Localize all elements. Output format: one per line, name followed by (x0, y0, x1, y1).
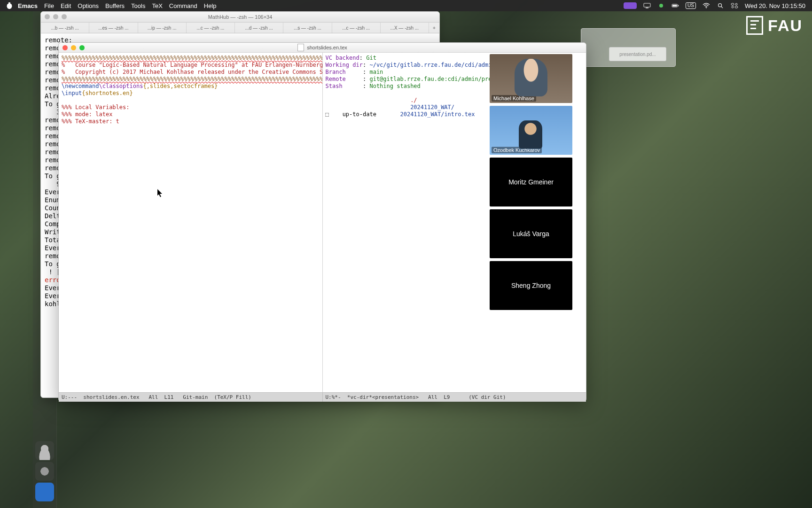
zoom-icon[interactable] (79, 45, 85, 50)
emacs-title: shortslides.en.tex (307, 45, 347, 50)
svg-rect-10 (735, 6, 738, 8)
svg-rect-1 (646, 8, 648, 8)
modeline-right: U:%*- *vc-dir*<presentations> All L9 (VC… (323, 393, 586, 402)
participant-name: Michael Kohlhase (492, 95, 536, 102)
dock-item-vscode[interactable] (35, 483, 54, 501)
video-participants-panel[interactable]: Michael Kohlhase Ozodbek Kuchkarov Morit… (490, 54, 572, 355)
control-center-icon[interactable] (731, 3, 738, 8)
svg-point-6 (706, 8, 707, 8)
terminal-tab[interactable]: ...s — -zsh ... (283, 23, 332, 33)
latex-source[interactable]: %%%%%%%%%%%%%%%%%%%%%%%%%%%%%%%%%%%%%%%%… (59, 53, 322, 127)
participant-name: Ozodbek Kuchkarov (492, 147, 542, 153)
menu-tools[interactable]: Tools (131, 2, 145, 9)
participant-name: Lukáš Varga (513, 230, 549, 238)
file-icon (297, 44, 304, 51)
close-icon[interactable] (62, 45, 68, 50)
menu-buffers[interactable]: Buffers (105, 2, 125, 9)
svg-point-7 (718, 4, 722, 7)
input-source-badge[interactable]: US (686, 2, 696, 9)
close-icon[interactable] (45, 14, 50, 19)
menubar-app-name[interactable]: Emacs (18, 2, 38, 9)
spotlight-icon[interactable] (717, 3, 724, 8)
screenshare-indicator-icon[interactable] (624, 2, 637, 9)
menu-file[interactable]: File (44, 2, 54, 9)
menu-edit[interactable]: Edit (61, 2, 71, 9)
minimize-icon[interactable] (71, 45, 76, 50)
minimize-icon[interactable] (53, 14, 58, 19)
menu-options[interactable]: Options (78, 2, 99, 9)
svg-line-8 (721, 7, 723, 8)
terminal-tab[interactable]: ...es — -zsh ... (89, 23, 138, 33)
dock-item-contacts[interactable] (35, 441, 54, 460)
svg-rect-0 (644, 3, 650, 7)
menu-help[interactable]: Help (204, 2, 217, 9)
terminal-tab[interactable]: ...c — -zsh ... (187, 23, 235, 33)
status-dot-icon[interactable] (657, 3, 665, 8)
svg-rect-5 (672, 5, 677, 7)
terminal-tab[interactable]: ...ip — -zsh ... (138, 23, 187, 33)
participant-name: Sheng Zhong (511, 282, 551, 289)
terminal-tab[interactable]: ...b — -zsh ... (41, 23, 89, 33)
participant-tile[interactable]: Michael Kohlhase (490, 54, 572, 103)
participant-tile[interactable]: Ozodbek Kuchkarov (490, 106, 572, 155)
terminal-title: MathHub — -zsh — 106×34 (208, 14, 273, 20)
participant-tile[interactable]: Moritz Gmeiner (490, 158, 572, 206)
emacs-left-pane[interactable]: %%%%%%%%%%%%%%%%%%%%%%%%%%%%%%%%%%%%%%%%… (59, 53, 323, 392)
terminal-tab[interactable]: ...c — -zsh ... (332, 23, 381, 33)
battery-icon[interactable] (671, 3, 679, 8)
background-window-tab[interactable]: presentation.pd... (609, 47, 666, 61)
svg-point-2 (659, 4, 663, 8)
zoom-icon[interactable] (62, 14, 67, 19)
menubar-clock[interactable]: Wed 20. Nov 10:15:50 (745, 2, 805, 9)
svg-point-12 (735, 3, 737, 5)
participant-tile[interactable]: Sheng Zhong (490, 261, 572, 310)
menu-tex[interactable]: TeX (152, 2, 162, 9)
terminal-tabstrip: ...b — -zsh ... ...es — -zsh ... ...ip —… (41, 23, 439, 33)
menu-command[interactable]: Command (169, 2, 197, 9)
terminal-new-tab-button[interactable]: + (429, 23, 439, 33)
modeline-left: U:--- shortslides.en.tex All L11 Git-mai… (59, 393, 323, 402)
emacs-titlebar[interactable]: shortslides.en.tex (59, 43, 586, 53)
terminal-titlebar[interactable]: MathHub — -zsh — 106×34 (41, 12, 439, 23)
svg-rect-9 (731, 3, 734, 5)
dock-item-settings[interactable] (35, 462, 54, 481)
emacs-modeline: U:--- shortslides.en.tex All L11 Git-mai… (59, 392, 586, 402)
mouse-cursor-icon (157, 189, 163, 198)
apple-menu-icon[interactable] (6, 2, 13, 9)
participant-tile[interactable]: Lukáš Varga (490, 209, 572, 258)
macos-menubar: Emacs File Edit Options Buffers Tools Te… (0, 0, 812, 11)
svg-point-11 (732, 6, 734, 8)
participant-name: Moritz Gmeiner (508, 178, 554, 186)
terminal-tab[interactable]: ...d — -zsh ... (235, 23, 283, 33)
svg-rect-4 (678, 5, 679, 6)
fau-logo: FAU (746, 16, 803, 35)
display-icon[interactable] (643, 3, 651, 8)
wifi-icon[interactable] (703, 3, 710, 8)
terminal-tab[interactable]: ...X — -zsh ... (381, 23, 429, 33)
